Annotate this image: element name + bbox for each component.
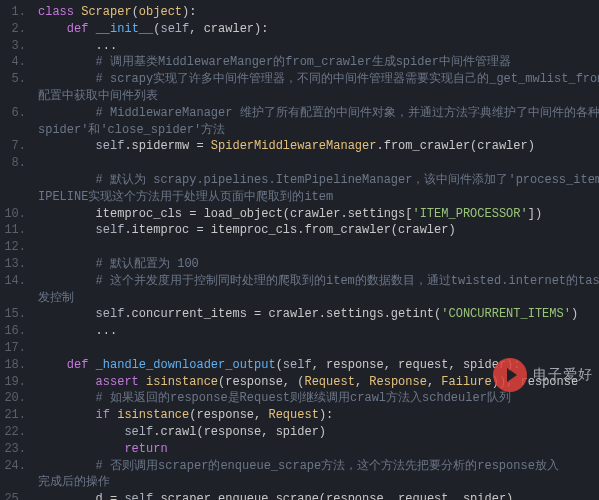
code-line: spider'和'close_spider'方法 [38,122,595,139]
code-line: assert isinstance(response, (Request, Re… [38,374,595,391]
code-line: self.concurrent_items = crawler.settings… [38,306,595,323]
code-line: 发控制 [38,290,595,307]
line-number: 4. [4,54,26,71]
code-line [38,155,595,172]
line-number: 3. [4,38,26,55]
line-number: 13. [4,256,26,273]
line-number: 19. [4,374,26,391]
code-line: def _handle_downloader_output(self, resp… [38,357,595,374]
code-line: class Scraper(object): [38,4,595,21]
code-line [38,340,595,357]
line-number: 14. [4,273,26,290]
line-number [4,172,26,189]
code-line: IPELINE实现这个方法用于处理从页面中爬取到的item [38,189,595,206]
code-line: # 这个并发度用于控制同时处理的爬取到的item的数据数目，通过twisted.… [38,273,595,290]
line-number: 7. [4,138,26,155]
line-number: 17. [4,340,26,357]
code-line: itemproc_cls = load_object(crawler.setti… [38,206,595,223]
line-number: 16. [4,323,26,340]
code-area: class Scraper(object): def __init__(self… [34,0,599,500]
line-number: 20. [4,390,26,407]
line-number: 11. [4,222,26,239]
line-number: 12. [4,239,26,256]
line-number: 5. [4,71,26,88]
code-line: ... [38,38,595,55]
code-line: # 默认配置为 100 [38,256,595,273]
line-number [4,122,26,139]
line-number: 18. [4,357,26,374]
line-number: 8. [4,155,26,172]
code-line: # MiddlewareManager 维护了所有配置的中间件对象，并通过方法字… [38,105,595,122]
line-number [4,88,26,105]
code-line: self.itemproc = itemproc_cls.from_crawle… [38,222,595,239]
line-number: 1. [4,4,26,21]
line-number: 24. [4,458,26,475]
code-line: # scrapy实现了许多中间件管理器，不同的中间件管理器需要实现自己的_get… [38,71,595,88]
code-line: 完成后的操作 [38,474,595,491]
line-number-gutter: 1.2.3.4.5.6.7.8.10.11.12.13.14.15.16.17.… [0,0,34,500]
code-line: return [38,441,595,458]
line-number: 22. [4,424,26,441]
code-editor: 1.2.3.4.5.6.7.8.10.11.12.13.14.15.16.17.… [0,0,599,500]
code-line: self.crawl(response, spider) [38,424,595,441]
line-number [4,189,26,206]
line-number [4,474,26,491]
code-line: if isinstance(response, Request): [38,407,595,424]
code-line: d = self.scraper.enqueue_scrape(response… [38,491,595,500]
line-number: 6. [4,105,26,122]
code-line: # 如果返回的response是Request则继续调用crawl方法入schd… [38,390,595,407]
code-line: # 调用基类MiddlewareManger的from_crawler生成spi… [38,54,595,71]
code-line: def __init__(self, crawler): [38,21,595,38]
code-line: self.spidermw = SpiderMiddlewareManager.… [38,138,595,155]
code-line [38,239,595,256]
line-number: 2. [4,21,26,38]
code-line: # 否则调用scraper的enqueue_scrape方法，这个方法先把要分析… [38,458,595,475]
code-line: 配置中获取中间件列表 [38,88,595,105]
line-number: 23. [4,441,26,458]
line-number [4,290,26,307]
line-number: 15. [4,306,26,323]
line-number: 21. [4,407,26,424]
code-line: ... [38,323,595,340]
line-number: 25. [4,491,26,500]
code-line: # 默认为 scrapy.pipelines.ItemPipelineManag… [38,172,595,189]
line-number: 10. [4,206,26,223]
